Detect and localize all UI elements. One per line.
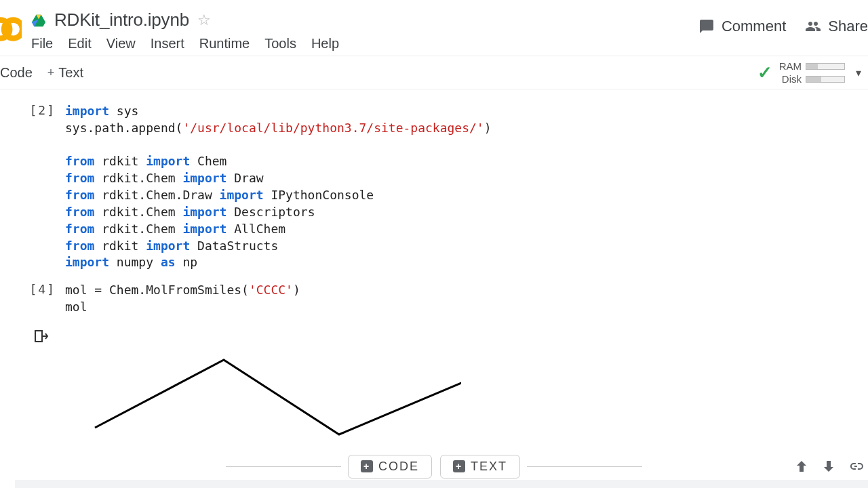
cell-code: import sys sys.path.append('/usr/local/l… <box>65 103 492 271</box>
ram-label: RAM <box>779 60 802 72</box>
header-left: RDKit_intro.ipynb ☆ File Edit View Inser… <box>0 5 339 52</box>
toolbar: Code +Text ✓ RAM Disk ▾ <box>0 56 868 89</box>
code-cell[interactable]: [2] import sys sys.path.append('/usr/loc… <box>0 98 868 277</box>
svg-rect-5 <box>35 331 42 342</box>
connected-check-icon: ✓ <box>757 62 772 83</box>
menu-insert[interactable]: Insert <box>151 36 184 52</box>
ram-meter <box>806 63 845 70</box>
active-code-cell[interactable]: smlies = <box>12 480 868 488</box>
star-icon[interactable]: ☆ <box>197 12 211 29</box>
insert-cell-bar: + CODE + TEXT <box>0 455 868 479</box>
comment-button[interactable]: Comment <box>698 18 786 35</box>
cell-prompt: [4] <box>16 282 56 316</box>
svg-point-1 <box>4 20 22 38</box>
cell-action-icons <box>793 458 864 474</box>
plus-icon: + <box>361 460 373 472</box>
output-indicator-icon <box>34 329 868 346</box>
menu-edit[interactable]: Edit <box>68 36 91 52</box>
people-icon <box>805 18 821 35</box>
move-down-icon[interactable] <box>821 458 837 474</box>
disk-label: Disk <box>782 73 802 85</box>
cell-output <box>0 321 868 451</box>
comment-icon <box>698 18 715 35</box>
menubar: File Edit View Insert Runtime Tools Help <box>31 36 339 52</box>
cell-prompt: [2] <box>16 103 56 271</box>
header-right: Comment Share <box>698 18 868 35</box>
code-cell[interactable]: [4] mol = Chem.MolFromSmiles('CCCC') mol <box>0 277 868 321</box>
menu-tools[interactable]: Tools <box>264 36 296 52</box>
add-text-button[interactable]: +Text <box>47 65 83 81</box>
menu-runtime[interactable]: Runtime <box>199 36 250 52</box>
colab-logo <box>0 12 22 46</box>
title-row: RDKit_intro.ipynb ☆ <box>31 9 339 30</box>
plus-icon: + <box>453 460 465 472</box>
menu-file[interactable]: File <box>31 36 53 52</box>
notebook-filename[interactable]: RDKit_intro.ipynb <box>54 9 189 30</box>
notebook-area: [2] import sys sys.path.append('/usr/loc… <box>0 89 868 488</box>
molecule-output <box>27 346 461 448</box>
menu-help[interactable]: Help <box>311 36 339 52</box>
menu-view[interactable]: View <box>106 36 136 52</box>
link-icon[interactable] <box>848 458 864 474</box>
resource-meter[interactable]: RAM Disk <box>779 60 845 85</box>
header: RDKit_intro.ipynb ☆ File Edit View Inser… <box>0 0 868 52</box>
add-code-button[interactable]: Code <box>0 65 33 81</box>
insert-text-button[interactable]: + TEXT <box>440 455 520 479</box>
divider <box>527 466 642 467</box>
insert-code-button[interactable]: + CODE <box>348 455 432 479</box>
move-up-icon[interactable] <box>793 458 810 474</box>
toolbar-right: ✓ RAM Disk ▾ <box>757 60 861 85</box>
drive-icon <box>31 13 46 28</box>
resource-dropdown-icon[interactable]: ▾ <box>856 66 861 79</box>
cell-code: mol = Chem.MolFromSmiles('CCCC') mol <box>65 282 300 316</box>
disk-meter <box>806 76 845 83</box>
share-button[interactable]: Share <box>805 18 868 35</box>
toolbar-left: Code +Text <box>0 65 83 81</box>
title-area: RDKit_intro.ipynb ☆ File Edit View Inser… <box>31 9 339 52</box>
divider <box>226 466 341 467</box>
